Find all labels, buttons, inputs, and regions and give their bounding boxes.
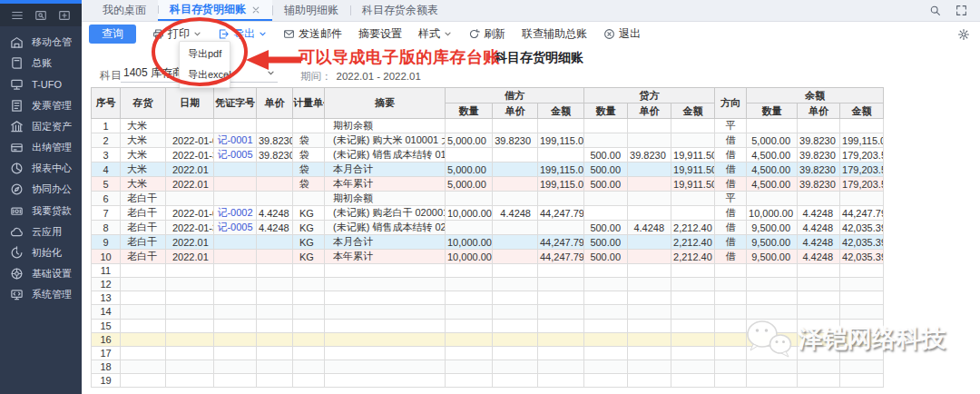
refresh-button[interactable]: 刷新: [468, 26, 505, 42]
table-cell: [325, 291, 446, 305]
table-cell: [257, 264, 293, 278]
col-header-date[interactable]: 日期: [166, 88, 214, 119]
menu-item-export-excel[interactable]: 导出excel: [180, 64, 230, 85]
col-header-summary[interactable]: 摘要: [325, 88, 446, 119]
hamburger-icon[interactable]: [11, 9, 24, 22]
table-cell: [293, 278, 325, 291]
sidebar-item-collab-office[interactable]: 协同办公: [0, 179, 82, 200]
sidebar-item-initialization[interactable]: 初始化: [0, 242, 82, 263]
close-icon[interactable]: [251, 5, 260, 15]
tab-subject-inventory-ledger[interactable]: 科目存货明细账: [158, 0, 272, 21]
tab-label: 辅助明细账: [284, 3, 338, 18]
export-icon: [218, 28, 230, 40]
col-header-price[interactable]: 单价: [257, 88, 293, 119]
style-button[interactable]: 样式: [418, 26, 452, 42]
table-row[interactable]: 10老白干2022.01KG本年累计10,000.0044,247.79500.…: [92, 250, 884, 264]
table-row[interactable]: 18: [92, 360, 884, 373]
table-cell[interactable]: 记-0002: [214, 206, 257, 221]
table-cell[interactable]: 记-0005: [214, 221, 257, 235]
col-header-debit-amount[interactable]: 金额: [538, 103, 584, 119]
tab-subject-inventory-balance[interactable]: 科目存货余额表: [350, 0, 450, 21]
col-header-unit[interactable]: 计量单位: [293, 88, 325, 119]
ledger-icon: [10, 56, 24, 70]
send-mail-button[interactable]: 发送邮件: [283, 26, 342, 42]
toolbar-button-label: 退出: [619, 26, 641, 42]
sidebar-item-loan[interactable]: 我要贷款: [0, 201, 82, 222]
table-row[interactable]: 12: [92, 278, 884, 291]
sidebar-item-basic-settings[interactable]: 基础设置: [0, 263, 82, 284]
exit-button[interactable]: 退出: [603, 26, 641, 42]
gear-icon[interactable]: [957, 28, 970, 41]
toolbar-button-label: 联查辅助总账: [522, 26, 587, 42]
table-row[interactable]: 8老白干2022-01-31记-00054.4248KG(未记账) 销售成本结转…: [92, 221, 884, 235]
table-cell: [121, 332, 166, 346]
query-button[interactable]: 查询: [89, 25, 136, 44]
table-row[interactable]: 14: [92, 305, 884, 319]
col-header-credit-qty[interactable]: 数量: [584, 103, 628, 119]
sidebar-item-mobile-warehouse[interactable]: 移动仓管: [0, 32, 82, 53]
table-row[interactable]: 5大米2022.01袋本年累计5,000.00199,115.04500.001…: [92, 177, 884, 192]
sidebar-item-report-center[interactable]: 报表中心: [0, 158, 82, 179]
table-row[interactable]: 1大米期初余额平: [92, 119, 884, 133]
sidebar-item-invoice-mgmt[interactable]: 发票管理: [0, 95, 82, 116]
table-cell: 18: [92, 360, 121, 373]
table-row[interactable]: 15: [92, 319, 884, 332]
table-row[interactable]: 4大米2022.01袋本月合计5,000.00199,115.04500.001…: [92, 163, 884, 177]
search-icon[interactable]: [929, 5, 941, 16]
col-header-debit-qty[interactable]: 数量: [446, 103, 493, 119]
table-row[interactable]: 2大米2022-01-01记-000139.8230袋(未记账) 购大米 010…: [92, 133, 884, 148]
export-button[interactable]: 导出: [218, 26, 267, 42]
table-row[interactable]: 16: [92, 332, 884, 346]
sidebar-item-cloud-apps[interactable]: 云应用: [0, 222, 82, 242]
table-cell[interactable]: 记-0005: [214, 148, 257, 163]
table-cell: [166, 346, 214, 360]
col-header-credit-price[interactable]: 单价: [628, 103, 671, 119]
table-row[interactable]: 7老白干2022-01-03记-00024.4248KG(未记账) 购老白干 0…: [92, 206, 884, 221]
table-cell: [293, 319, 325, 332]
summary-settings-button[interactable]: 摘要设置: [358, 26, 402, 42]
col-header-credit-amount[interactable]: 金额: [671, 103, 715, 119]
box-search-icon[interactable]: [34, 9, 47, 22]
table-cell: [325, 360, 446, 373]
table-cell: 4.4248: [798, 235, 840, 250]
table-cell: 袋: [293, 177, 325, 192]
table-row[interactable]: 9老白干2022.01KG本月合计10,000.0044,247.79500.0…: [92, 235, 884, 250]
menu-item-export-pdf[interactable]: 导出pdf: [180, 44, 230, 64]
table-row[interactable]: 19: [92, 374, 884, 388]
table-cell: [628, 163, 671, 177]
tab-bar: 我的桌面科目存货明细账辅助明细账科目存货余额表: [82, 0, 980, 22]
expand-icon[interactable]: [956, 5, 967, 16]
table-cell[interactable]: 记-0001: [214, 133, 257, 148]
tab-my-desktop[interactable]: 我的桌面: [91, 0, 158, 21]
sidebar-item-fixed-assets[interactable]: 固定资产: [0, 116, 82, 137]
table-cell: 179,203.54: [840, 148, 884, 163]
sidebar-item-cashier-mgmt[interactable]: 出纳管理: [0, 137, 82, 158]
table-row[interactable]: 17: [92, 346, 884, 360]
col-header-seq[interactable]: 序号: [92, 88, 121, 119]
col-header-debit-price[interactable]: 单价: [493, 103, 538, 119]
table-cell: 本月合计: [325, 235, 446, 250]
table-row[interactable]: 11: [92, 264, 884, 278]
table-cell: [446, 291, 493, 305]
box-add-icon[interactable]: [58, 9, 71, 22]
linked-aux-ledger-button[interactable]: 联查辅助总账: [522, 26, 587, 42]
sidebar-item-general-ledger[interactable]: 总账: [0, 53, 82, 74]
print-button[interactable]: 打印: [152, 26, 201, 42]
col-header-balance-amount[interactable]: 金额: [840, 103, 884, 119]
col-header-balance-price[interactable]: 单价: [798, 103, 840, 119]
table-row[interactable]: 13: [92, 291, 884, 305]
table-cell: [214, 119, 257, 133]
sidebar-item-t-ufo[interactable]: T-UFO: [0, 74, 82, 94]
col-header-voucher[interactable]: 凭证字号: [214, 88, 257, 119]
table-cell: [538, 264, 584, 278]
col-header-balance-qty[interactable]: 数量: [747, 103, 798, 119]
col-header-inventory[interactable]: 存货: [121, 88, 166, 119]
table-row[interactable]: 3大米2022-01-31记-000539.8230袋(未记账) 销售成本结转 …: [92, 148, 884, 163]
col-header-direction[interactable]: 方向: [715, 88, 747, 119]
sidebar-item-system-mgmt[interactable]: 系统管理: [0, 284, 82, 305]
table-cell: 2022-01-31: [166, 148, 214, 163]
table-cell: [840, 332, 884, 346]
sidebar-item-label: 移动仓管: [32, 35, 72, 49]
table-row[interactable]: 6老白干期初余额平: [92, 192, 884, 206]
tab-auxiliary-ledger[interactable]: 辅助明细账: [272, 0, 350, 21]
